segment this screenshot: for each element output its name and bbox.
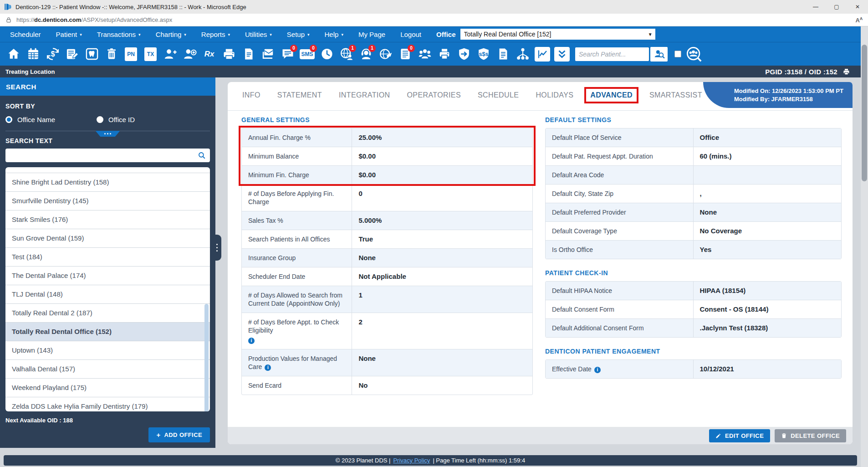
printer-icon[interactable] bbox=[434, 45, 454, 64]
office-item[interactable]: Totally Real Dental 2 (187) bbox=[5, 304, 210, 323]
add-office-button[interactable]: + ADD OFFICE bbox=[148, 427, 210, 442]
people-group-icon[interactable] bbox=[415, 45, 434, 64]
shield-arrow-icon[interactable] bbox=[454, 45, 474, 64]
chart-pencil-icon[interactable] bbox=[62, 45, 82, 64]
delete-office-button[interactable]: DELETE OFFICE bbox=[775, 429, 846, 442]
tooth-frame-icon[interactable] bbox=[82, 45, 102, 64]
globe-plane-icon[interactable] bbox=[376, 45, 395, 64]
browser-scrollbar-thumb[interactable] bbox=[862, 45, 867, 181]
menu-item-my-page[interactable]: My Page bbox=[358, 31, 385, 38]
office-item[interactable]: Valhalla Dental (157) bbox=[5, 360, 210, 379]
office-list-scrollbar[interactable] bbox=[204, 304, 209, 411]
edit-office-button[interactable]: EDIT OFFICE bbox=[709, 429, 770, 442]
setting-value: HIPAA (18154) bbox=[694, 282, 842, 300]
office-item[interactable]: Weekend Playland (175) bbox=[5, 379, 210, 397]
line-chart-box-icon[interactable] bbox=[532, 45, 552, 64]
menu-item-logout[interactable]: Logout bbox=[400, 31, 421, 38]
toolbar-checkbox[interactable] bbox=[674, 51, 681, 57]
office-item[interactable]: Uptown (143) bbox=[5, 341, 210, 360]
office-item[interactable]: Test (184) bbox=[5, 248, 210, 267]
collapse-dots-handle[interactable] bbox=[96, 131, 120, 137]
office-search-field[interactable] bbox=[5, 149, 210, 162]
person-add-icon[interactable] bbox=[160, 45, 180, 64]
print-page-icon[interactable] bbox=[239, 45, 258, 64]
setting-label: Minimum Balance bbox=[242, 147, 352, 165]
sort-option-office-id[interactable]: Office ID bbox=[97, 116, 188, 123]
fax-icon[interactable] bbox=[219, 45, 239, 64]
sidebar-collapse-handle[interactable] bbox=[212, 235, 221, 261]
search-icon[interactable] bbox=[198, 151, 206, 159]
settings-row: Production Values for Managed CareiNone bbox=[242, 349, 532, 376]
tab-advanced[interactable]: ADVANCED bbox=[590, 91, 633, 99]
office-list-partial-row[interactable] bbox=[5, 167, 210, 173]
office-item-selected[interactable]: Totally Real Dental Office (152) bbox=[5, 323, 210, 341]
doc-list-icon[interactable]: 0 bbox=[395, 45, 415, 64]
office-item[interactable]: TLJ Dental (148) bbox=[5, 285, 210, 304]
menu-item-reports[interactable]: Reports▾ bbox=[201, 31, 230, 38]
office-item[interactable]: Smurfville Dentistry (145) bbox=[5, 192, 210, 210]
settings-row: Minimum Balance$0.00 bbox=[242, 147, 532, 166]
browser-address-bar[interactable]: https://dc.denticon.com/ASPX/setup/Advan… bbox=[0, 14, 868, 26]
office-selector-dropdown[interactable]: Totally Real Dental Office [152] ▼ bbox=[460, 29, 655, 40]
tab-operatories[interactable]: OPERATORIES bbox=[407, 91, 461, 99]
tab-schedule[interactable]: SCHEDULE bbox=[478, 91, 519, 99]
radio-selected-icon[interactable] bbox=[5, 116, 12, 123]
sort-option-office-name[interactable]: Office Name bbox=[5, 116, 97, 123]
patient-search-input[interactable] bbox=[575, 47, 649, 61]
menu-item-utilities[interactable]: Utilities▾ bbox=[245, 31, 272, 38]
globe-person-icon[interactable]: 1 bbox=[337, 45, 356, 64]
setting-value: No bbox=[352, 376, 532, 395]
tab-statement[interactable]: STATEMENT bbox=[277, 91, 322, 99]
home-icon[interactable] bbox=[4, 45, 23, 64]
rx-icon[interactable]: Rx bbox=[199, 45, 219, 64]
tab-info[interactable]: INFO bbox=[242, 91, 260, 99]
chevrons-box-icon[interactable] bbox=[552, 45, 572, 64]
menu-item-scheduler[interactable]: Scheduler bbox=[10, 31, 41, 38]
org-chart-icon[interactable] bbox=[513, 45, 532, 64]
privacy-policy-link[interactable]: Privacy Policy bbox=[393, 457, 430, 464]
doc-tx-icon[interactable]: TX bbox=[141, 45, 160, 64]
browser-scrollbar[interactable] bbox=[861, 26, 868, 467]
sms-icon[interactable]: SMS0 bbox=[297, 45, 317, 64]
chat-icon[interactable]: 0 bbox=[278, 45, 297, 64]
menu-item-charting[interactable]: Charting▾ bbox=[156, 31, 186, 38]
person-add-alt-icon[interactable] bbox=[180, 45, 199, 64]
office-item[interactable]: Stark Smiles (176) bbox=[5, 210, 210, 229]
patient-group-search-button[interactable] bbox=[686, 46, 702, 62]
mail-stack-icon[interactable] bbox=[258, 45, 278, 64]
tab-holidays[interactable]: HOLIDAYS bbox=[536, 91, 573, 99]
patient-search-button[interactable] bbox=[650, 47, 668, 62]
read-aloud-icon[interactable]: Aʌ bbox=[856, 15, 863, 24]
doc-pn-icon[interactable]: PN bbox=[121, 45, 141, 64]
info-icon[interactable]: i bbox=[594, 367, 601, 373]
office-item[interactable]: Zelda DDS Lake Hylia Family Dentistry (1… bbox=[5, 397, 210, 411]
office-item[interactable]: Sun Grove Dental (159) bbox=[5, 229, 210, 248]
settings-row: Send EcardNo bbox=[242, 376, 532, 395]
maximize-button[interactable]: ▢ bbox=[826, 0, 847, 14]
info-icon[interactable]: i bbox=[248, 338, 255, 344]
office-search-input[interactable] bbox=[10, 152, 198, 159]
tab-integration[interactable]: INTEGRATION bbox=[339, 91, 390, 99]
pencil-icon bbox=[715, 433, 721, 439]
calendar-icon[interactable] bbox=[23, 45, 43, 64]
dollar-cycle-icon[interactable]: $ bbox=[43, 45, 62, 64]
menu-item-transactions[interactable]: Transactions▾ bbox=[97, 31, 141, 38]
tab-smartassist[interactable]: SMARTASSIST bbox=[649, 91, 702, 99]
minimize-button[interactable]: — bbox=[805, 0, 826, 14]
print-icon[interactable] bbox=[842, 68, 851, 76]
lock-icon[interactable] bbox=[5, 16, 12, 24]
close-button[interactable]: ✕ bbox=[847, 0, 868, 14]
office-item[interactable]: The Dental Palace (174) bbox=[5, 267, 210, 285]
menu-item-patient[interactable]: Patient▾ bbox=[56, 31, 82, 38]
clock-icon[interactable] bbox=[317, 45, 337, 64]
info-icon[interactable]: i bbox=[265, 364, 271, 371]
tooth-trash-icon[interactable] bbox=[102, 45, 121, 64]
doc-report-icon[interactable] bbox=[493, 45, 513, 64]
menu-item-setup[interactable]: Setup▾ bbox=[287, 31, 310, 38]
radio-unselected-icon[interactable] bbox=[97, 116, 103, 123]
shield-dollar-icon[interactable]: s$s bbox=[474, 45, 493, 64]
setting-value: Office bbox=[694, 128, 842, 147]
office-item[interactable]: Shine Bright Lad Dentistry (158) bbox=[5, 173, 210, 192]
support-headset-icon[interactable]: 1 bbox=[356, 45, 376, 64]
menu-item-help[interactable]: Help▾ bbox=[325, 31, 343, 38]
